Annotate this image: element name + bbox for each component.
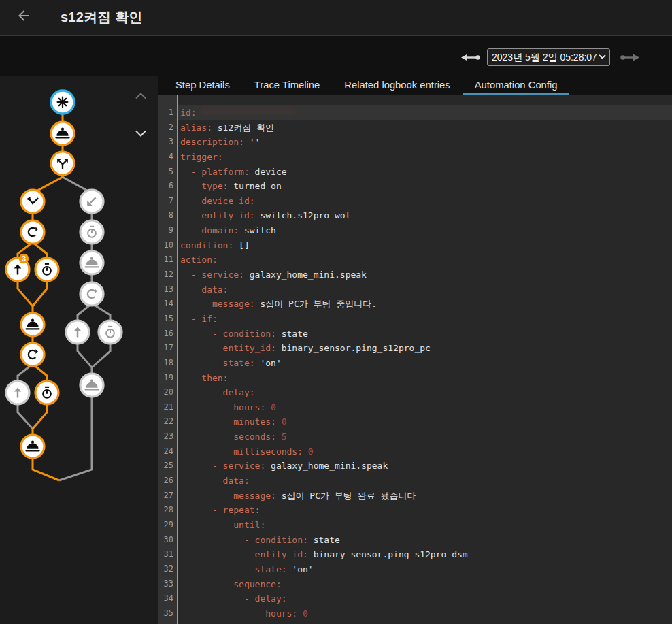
code-row: 3description: '' xyxy=(158,135,672,150)
graph-node-asterisk[interactable] xyxy=(51,91,74,114)
code-line: - delay: xyxy=(178,385,672,400)
code-row: 32 state: 'on' xyxy=(158,562,672,577)
code-row: 20 - delay: xyxy=(158,385,672,400)
graph-node-timer[interactable] xyxy=(80,220,103,244)
code-row: 7 device_id: xyxy=(158,194,672,209)
code-row: 22 minutes: 0 xyxy=(158,414,672,429)
line-number: 3 xyxy=(158,135,178,150)
graph-node-check-zigzag[interactable] xyxy=(21,190,44,213)
code-row: 9 domain: switch xyxy=(158,223,672,238)
code-line: - service: galaxy_home_mini.speak xyxy=(178,267,672,282)
code-line: alias: s12켜짐 확인 xyxy=(178,120,672,135)
next-run-icon[interactable] xyxy=(619,52,641,63)
code-row: 6 type: turned_on xyxy=(158,179,672,194)
automation-graph: 3 xyxy=(0,76,158,624)
code-line: state: 'on' xyxy=(178,562,672,577)
graph-node-arrow-up[interactable] xyxy=(6,381,29,404)
graph-node-timer[interactable] xyxy=(35,258,58,281)
code-row: 21 hours: 0 xyxy=(158,400,672,415)
code-line: - if: xyxy=(178,312,672,327)
line-number: 18 xyxy=(158,356,178,371)
code-row: 31 entity_id: binary_sensor.ping_s12pro_… xyxy=(158,547,672,562)
tab-related-logbook-entries[interactable]: Related logbook entries xyxy=(332,76,462,95)
code-line: entity_id: binary_sensor.ping_s12pro_dsm xyxy=(178,547,672,562)
line-number: 16 xyxy=(158,327,178,342)
code-row: 23 seconds: 5 xyxy=(158,429,672,444)
previous-run-icon[interactable] xyxy=(460,52,482,63)
code-line: sequence: xyxy=(178,577,672,592)
graph-node-arrow-bottom-left[interactable] xyxy=(80,190,103,213)
code-line: seconds: 5 xyxy=(178,429,672,444)
yaml-editor[interactable]: 1id:2alias: s12켜짐 확인3description: ''4tri… xyxy=(158,95,672,624)
app-header: s12켜짐 확인 xyxy=(0,0,672,36)
code-line: action: xyxy=(178,252,672,267)
code-line: minutes: 0 xyxy=(178,621,672,624)
line-number: 15 xyxy=(158,312,178,327)
graph-node-timer[interactable] xyxy=(99,321,122,344)
line-number: 12 xyxy=(158,267,178,282)
line-number: 20 xyxy=(158,385,178,400)
line-number: 34 xyxy=(158,591,178,606)
line-number: 36 xyxy=(158,621,178,624)
graph-node-room-service[interactable] xyxy=(80,251,103,274)
graph-node-arrow-up[interactable] xyxy=(66,321,89,344)
line-number: 7 xyxy=(158,194,178,209)
code-line: - repeat: xyxy=(178,503,672,518)
line-number: 31 xyxy=(158,547,178,562)
code-line: message: s십이 PC가 부팅 중입니다. xyxy=(178,297,672,312)
code-line: - delay: xyxy=(178,591,672,606)
run-datetime-select[interactable]: 2023년 5월 2일 05:28:07 xyxy=(487,48,610,66)
code-row: 26 data: xyxy=(158,474,672,489)
line-number: 26 xyxy=(158,474,178,489)
trace-right-pane: Step DetailsTrace TimelineRelated logboo… xyxy=(158,76,672,624)
line-number: 17 xyxy=(158,341,178,356)
line-number: 19 xyxy=(158,371,178,386)
line-number: 10 xyxy=(158,238,178,253)
code-line: trigger: xyxy=(178,150,672,165)
code-row: 30 - condition: state xyxy=(158,533,672,548)
code-row: 2alias: s12켜짐 확인 xyxy=(158,120,672,135)
line-number: 30 xyxy=(158,533,178,548)
svg-text:3: 3 xyxy=(22,254,26,263)
redacted-id-value xyxy=(201,107,296,115)
graph-node-refresh[interactable] xyxy=(21,343,44,366)
line-number: 14 xyxy=(158,297,178,312)
graph-node-refresh[interactable] xyxy=(21,220,44,244)
graph-node-room-service[interactable] xyxy=(51,122,74,145)
line-number: 2 xyxy=(158,120,178,135)
code-line: condition: [] xyxy=(178,238,672,253)
graph-node-timer[interactable] xyxy=(35,381,58,404)
chevron-down-icon[interactable] xyxy=(136,131,146,136)
code-line: state: 'on' xyxy=(178,356,672,371)
graph-node-room-service[interactable] xyxy=(80,374,103,397)
graph-node-refresh[interactable] xyxy=(80,282,103,306)
code-line: device_id: xyxy=(178,194,672,209)
line-number: 13 xyxy=(158,282,178,297)
graph-node-room-service[interactable] xyxy=(21,435,44,458)
code-line: message: s십이 PC가 부팅 완료 됐습니다 xyxy=(178,489,672,504)
code-row: 17 entity_id: binary_sensor.ping_s12pro_… xyxy=(158,341,672,356)
back-arrow-icon[interactable] xyxy=(16,7,32,24)
code-row: 18 state: 'on' xyxy=(158,356,672,371)
tab-trace-timeline[interactable]: Trace Timeline xyxy=(242,76,332,95)
line-number: 23 xyxy=(158,429,178,444)
graph-edge-inactive xyxy=(59,385,92,480)
code-line: type: turned_on xyxy=(178,179,672,194)
tab-step-details[interactable]: Step Details xyxy=(163,76,242,95)
graph-node-room-service[interactable] xyxy=(21,313,44,336)
code-line: until: xyxy=(178,518,672,533)
graph-node-arrow-decision[interactable] xyxy=(51,152,74,175)
code-row: 10condition: [] xyxy=(158,238,672,253)
line-number: 24 xyxy=(158,444,178,459)
line-number: 27 xyxy=(158,489,178,504)
line-number: 35 xyxy=(158,606,178,621)
code-line: milliseconds: 0 xyxy=(178,444,672,459)
line-number: 32 xyxy=(158,562,178,577)
tab-automation-config[interactable]: Automation Config xyxy=(463,76,570,95)
line-number: 4 xyxy=(158,150,178,165)
code-row: 8 entity_id: switch.s12pro_wol xyxy=(158,208,672,223)
chevron-up-icon[interactable] xyxy=(136,94,146,99)
line-number: 6 xyxy=(158,179,178,194)
trace-toolbar: 2023년 5월 2일 05:28:07 xyxy=(0,37,672,76)
code-line: - platform: device xyxy=(178,165,672,180)
